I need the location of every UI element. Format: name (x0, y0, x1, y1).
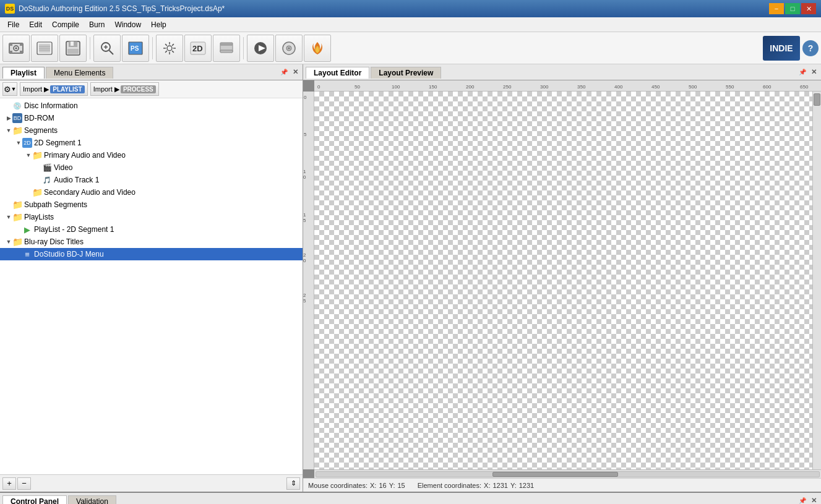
layout-canvas[interactable] (314, 92, 812, 469)
disc-button[interactable] (31, 35, 58, 62)
window-title: DoStudio Authoring Edition 2.5 SCS_TipS_… (19, 4, 225, 13)
main-area: Playlist Menu Elements 📌 ✕ ⚙ ▼ Import ▶ … (0, 64, 821, 492)
tree-item-dostudio-bdj-menu[interactable]: ≡ DoStudio BD-J Menu (0, 248, 303, 260)
canvas-inner: 0 5 10 15 20 25 (303, 92, 821, 469)
tree-arrow-bluray[interactable]: ▼ (5, 239, 12, 245)
tree-label-segments: Segments (24, 126, 58, 135)
maximize-button[interactable]: □ (785, 3, 800, 14)
import-process-badge: PROCESS (121, 85, 156, 93)
ruler-tick-400: 400 (614, 84, 622, 90)
psd-button[interactable]: PS (122, 35, 149, 62)
2d-button[interactable]: 2D (184, 35, 212, 62)
tree-arrow-2d-segment[interactable]: ▼ (15, 140, 22, 146)
tree-arrow-primary-av[interactable]: ▼ (25, 152, 32, 158)
tab-control-panel[interactable]: Control Panel (2, 495, 67, 504)
play-preview-button[interactable] (247, 35, 274, 62)
pin-panel-button[interactable]: 📌 (279, 67, 289, 77)
vertical-scrollbar[interactable] (812, 92, 821, 469)
mouse-y-label: Y: (389, 482, 395, 489)
tree-item-bd-rom[interactable]: ▶ BD BD-ROM (0, 112, 303, 124)
tree-arrow-segments[interactable]: ▼ (5, 127, 12, 134)
disc-export-button[interactable] (275, 35, 303, 62)
close-panel-button[interactable]: ✕ (290, 67, 300, 77)
bottom-section: Control Panel Validation 📌 ✕ Name DoStud… (0, 492, 821, 504)
tree-label-audio-track-1: Audio Track 1 (54, 176, 99, 184)
tree-item-disc-information[interactable]: 💿 Disc Information (0, 100, 303, 112)
menu-edit[interactable]: Edit (24, 19, 47, 30)
tree-item-playlist-2d-segment[interactable]: ▶ PlayList - 2D Segment 1 (0, 223, 303, 236)
tree-arrow-playlists[interactable]: ▼ (5, 214, 12, 220)
import-process-label: Import ▶ (93, 85, 119, 93)
hscroll-thumb[interactable] (492, 472, 618, 477)
folder-icon-primary: 📁 (32, 150, 42, 160)
settings-button[interactable] (156, 35, 183, 62)
remove-item-button[interactable]: − (17, 477, 31, 490)
menu-window[interactable]: Window (110, 19, 146, 30)
import-process-button[interactable]: Import ▶ PROCESS (90, 82, 159, 96)
horizontal-scrollbar[interactable] (314, 469, 821, 478)
tree-item-playlists[interactable]: ▼ 📁 PlayLists (0, 211, 303, 223)
import-playlist-button[interactable]: Import ▶ PLAYLIST (20, 82, 88, 96)
vscroll-thumb[interactable] (814, 93, 820, 106)
ruler-tick-450: 450 (651, 84, 660, 90)
gear-icon: ⚙ (4, 85, 11, 94)
tree-item-segments[interactable]: ▼ 📁 Segments (0, 124, 303, 137)
svg-rect-1 (9, 43, 12, 46)
burn-button[interactable] (304, 35, 331, 62)
vruler-20: 20 (303, 252, 306, 263)
mouse-x-label: X: (370, 482, 376, 489)
app-icon: DS (5, 4, 15, 14)
tree-view[interactable]: 💿 Disc Information ▶ BD BD-ROM ▼ 📁 Segme… (0, 98, 303, 474)
pin-bottom-panel-button[interactable]: 📌 (797, 496, 807, 505)
svg-rect-26 (220, 43, 233, 45)
tree-label-video: Video (54, 163, 72, 172)
gear-settings-button[interactable]: ⚙ ▼ (2, 82, 17, 96)
tree-item-bluray-disc-titles[interactable]: ▼ 📁 Blu-ray Disc Titles (0, 236, 303, 248)
ruler-tick-550: 550 (726, 84, 734, 90)
indie-logo: INDIE (763, 36, 800, 61)
folder-icon-bluray: 📁 (12, 237, 22, 247)
ruler-tick-100: 100 (392, 84, 400, 90)
tree-label-disc-information: Disc Information (24, 101, 78, 110)
tab-layout-preview[interactable]: Layout Preview (371, 67, 441, 79)
menu-compile[interactable]: Compile (47, 19, 84, 30)
tree-item-video[interactable]: 🎬 Video (0, 161, 303, 174)
pin-editor-button[interactable]: 📌 (797, 67, 807, 77)
tab-playlist[interactable]: Playlist (2, 67, 45, 79)
close-editor-button[interactable]: ✕ (809, 67, 819, 77)
menu-file[interactable]: File (2, 19, 24, 30)
playlist-toolbar: ⚙ ▼ Import ▶ PLAYLIST Import ▶ PROCESS (0, 80, 303, 98)
vruler-0: 0 (304, 95, 306, 100)
tree-bottom-toolbar: + − ⇕ (0, 474, 303, 492)
tree-label-secondary-audio-video: Secondary Audio and Video (44, 188, 135, 197)
film-reel-button[interactable] (2, 35, 30, 62)
tree-item-subpath-segments[interactable]: 📁 Subpath Segments (0, 199, 303, 211)
tab-menu-elements[interactable]: Menu Elements (46, 67, 113, 79)
import-playlist-label: Import ▶ (23, 85, 49, 93)
tree-label-bd-rom: BD-ROM (24, 114, 54, 122)
ruler-tick-350: 350 (577, 84, 585, 90)
minimize-button[interactable]: − (769, 3, 784, 14)
horizontal-ruler: 0 50 100 150 200 250 300 350 400 450 500… (314, 80, 821, 92)
tree-item-audio-track-1[interactable]: 🎵 Audio Track 1 (0, 174, 303, 186)
hscroll-track (316, 471, 820, 477)
close-bottom-panel-button[interactable]: ✕ (809, 496, 819, 505)
tree-item-secondary-audio-video[interactable]: 📁 Secondary Audio and Video (0, 186, 303, 199)
move-item-button[interactable]: ⇕ (286, 477, 300, 490)
tree-item-primary-audio-video[interactable]: ▼ 📁 Primary Audio and Video (0, 149, 303, 161)
audio-icon: 🎵 (42, 175, 52, 185)
tab-layout-editor[interactable]: Layout Editor (306, 67, 369, 79)
tree-item-2d-segment-1[interactable]: ▼ 2D 2D Segment 1 (0, 137, 303, 149)
zoom-button[interactable] (93, 35, 121, 62)
tab-validation[interactable]: Validation (68, 495, 116, 504)
layers-button[interactable] (213, 35, 240, 62)
ruler-tick-500: 500 (689, 84, 697, 90)
menu-burn[interactable]: Burn (84, 19, 110, 30)
help-button[interactable]: ? (802, 40, 819, 56)
menu-help[interactable]: Help (146, 19, 171, 30)
add-item-button[interactable]: + (2, 477, 16, 490)
close-button[interactable]: ✕ (801, 3, 816, 14)
vruler-10: 10 (303, 169, 306, 180)
tree-arrow-bdrom[interactable]: ▶ (5, 115, 12, 121)
save-button[interactable] (59, 35, 87, 62)
